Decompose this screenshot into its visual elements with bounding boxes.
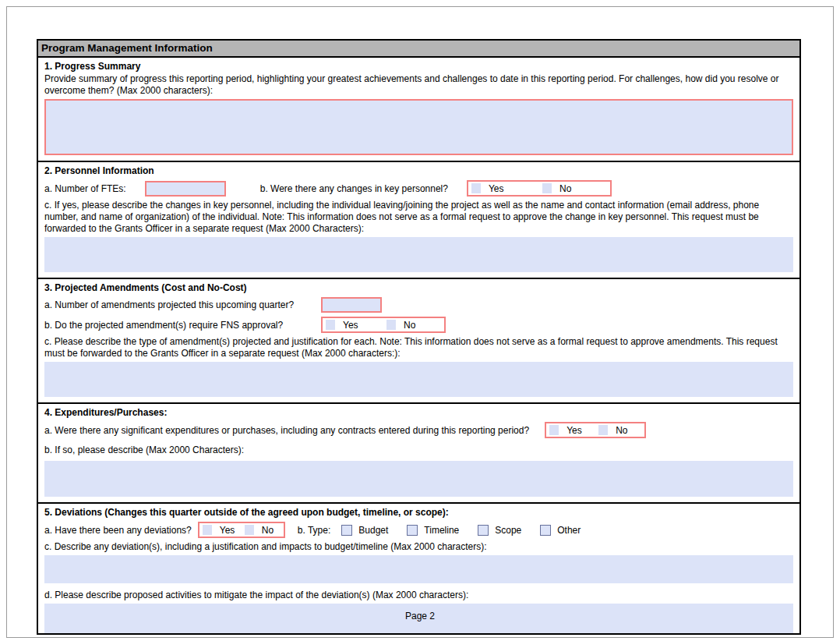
fns-approval-question-label: b. Do the projected amendment(s) require…	[44, 320, 321, 331]
expenditures-question-row: a. Were there any significant expenditur…	[44, 422, 793, 438]
fns-approval-row: b. Do the projected amendment(s) require…	[44, 317, 793, 333]
no-label: No	[404, 320, 415, 331]
progress-summary-textarea[interactable]	[44, 99, 793, 155]
no-checkbox[interactable]	[598, 425, 608, 435]
page-number: Page 2	[0, 611, 840, 622]
expenditures-yes-no-group: Yes No	[545, 422, 646, 438]
amendments-description: c. Please describe the type of amendment…	[44, 336, 793, 359]
yes-label: Yes	[343, 320, 358, 331]
section-title: 1. Progress Summary	[44, 61, 793, 72]
timeline-label: Timeline	[424, 525, 459, 536]
expenditures-question-label: a. Were there any significant expenditur…	[44, 425, 529, 436]
deviations-row: a. Have there been any deviations? Yes N…	[44, 522, 793, 538]
no-option[interactable]: No	[595, 423, 644, 437]
no-checkbox[interactable]	[386, 320, 396, 330]
progress-summary-description: Provide summary of progress this reporti…	[44, 73, 793, 97]
mitigation-label: d. Please describe proposed activities t…	[44, 590, 793, 601]
timeline-checkbox[interactable]	[407, 525, 418, 536]
yes-checkbox[interactable]	[471, 183, 481, 193]
deviations-question-label: a. Have there been any deviations?	[44, 525, 192, 536]
amendments-count-input[interactable]	[321, 297, 382, 313]
section-title: 3. Projected Amendments (Cost and No-Cos…	[44, 282, 793, 293]
yes-option[interactable]: Yes	[199, 523, 242, 537]
personnel-changes-description: c. If yes, please describe the changes i…	[44, 200, 793, 235]
type-option-timeline[interactable]: Timeline	[407, 525, 459, 536]
budget-checkbox[interactable]	[341, 525, 352, 536]
no-checkbox[interactable]	[542, 183, 552, 193]
yes-option[interactable]: Yes	[546, 423, 595, 437]
section-personnel-information: 2. Personnel Information a. Number of FT…	[38, 161, 799, 278]
yes-label: Yes	[566, 425, 582, 436]
fns-approval-yes-no-group: Yes No	[321, 317, 446, 333]
yes-option[interactable]: Yes	[323, 318, 383, 331]
section-title: 2. Personnel Information	[44, 165, 793, 176]
personnel-changes-textarea[interactable]	[44, 237, 793, 272]
section-progress-summary: 1. Progress Summary Provide summary of p…	[38, 58, 799, 161]
no-option[interactable]: No	[242, 523, 284, 537]
deviation-type-label: b. Type:	[298, 525, 330, 536]
expenditures-describe-label: b. If so, please describe (Max 2000 Char…	[44, 444, 793, 456]
program-management-form: Program Management Information 1. Progre…	[37, 39, 801, 635]
no-label: No	[559, 183, 571, 194]
key-personnel-yes-no-group: Yes No	[467, 180, 612, 197]
yes-label: Yes	[220, 525, 235, 536]
deviation-describe-textarea[interactable]	[44, 555, 793, 583]
other-label: Other	[557, 525, 581, 536]
form-title: Program Management Information	[38, 41, 799, 58]
yes-checkbox[interactable]	[326, 320, 335, 330]
section-title: 4. Expenditures/Purchases:	[44, 407, 793, 418]
budget-label: Budget	[358, 525, 388, 536]
no-label: No	[262, 525, 274, 536]
yes-checkbox[interactable]	[549, 425, 559, 435]
yes-option[interactable]: Yes	[468, 182, 539, 195]
ftes-input[interactable]	[145, 181, 226, 197]
no-option[interactable]: No	[383, 318, 444, 331]
other-checkbox[interactable]	[540, 525, 551, 536]
no-option[interactable]: No	[539, 182, 610, 195]
type-option-other[interactable]: Other	[540, 525, 581, 536]
amendments-count-row: a. Number of amendments projected this u…	[44, 297, 793, 313]
ftes-label: a. Number of FTEs:	[44, 183, 126, 194]
deviations-yes-no-group: Yes No	[198, 522, 285, 538]
scope-label: Scope	[495, 525, 521, 536]
no-checkbox[interactable]	[245, 525, 254, 535]
type-option-budget[interactable]: Budget	[341, 525, 388, 536]
expenditures-textarea[interactable]	[44, 461, 793, 497]
section-projected-amendments: 3. Projected Amendments (Cost and No-Cos…	[38, 278, 799, 402]
amendments-textarea[interactable]	[44, 362, 793, 397]
yes-label: Yes	[489, 183, 504, 194]
yes-checkbox[interactable]	[203, 525, 212, 535]
key-personnel-question-label: b. Were there any changes in key personn…	[260, 183, 448, 194]
section-expenditures-purchases: 4. Expenditures/Purchases: a. Were there…	[38, 402, 799, 502]
amendments-count-label: a. Number of amendments projected this u…	[44, 299, 321, 310]
scope-checkbox[interactable]	[478, 525, 489, 536]
no-label: No	[616, 425, 627, 436]
section-title: 5. Deviations (Changes this quarter outs…	[44, 507, 793, 518]
type-option-scope[interactable]: Scope	[478, 525, 521, 536]
deviation-describe-label: c. Describe any deviation(s), including …	[44, 541, 793, 553]
personnel-row-ab: a. Number of FTEs: b. Were there any cha…	[44, 180, 793, 197]
